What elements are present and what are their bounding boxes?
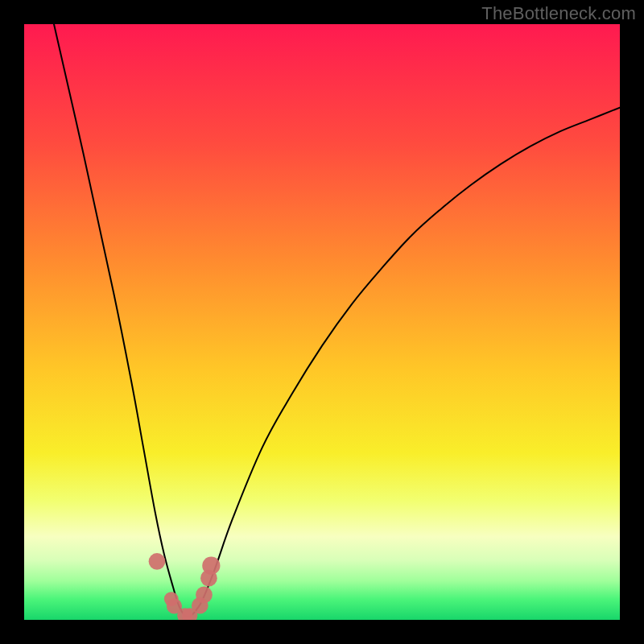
plot-area: [24, 24, 620, 620]
chart-container: TheBottleneck.com: [0, 0, 644, 644]
watermark-text: TheBottleneck.com: [481, 3, 636, 24]
svg-point-1: [149, 553, 166, 570]
data-markers: [24, 24, 620, 620]
svg-point-7: [196, 587, 213, 604]
svg-point-9: [202, 557, 220, 575]
